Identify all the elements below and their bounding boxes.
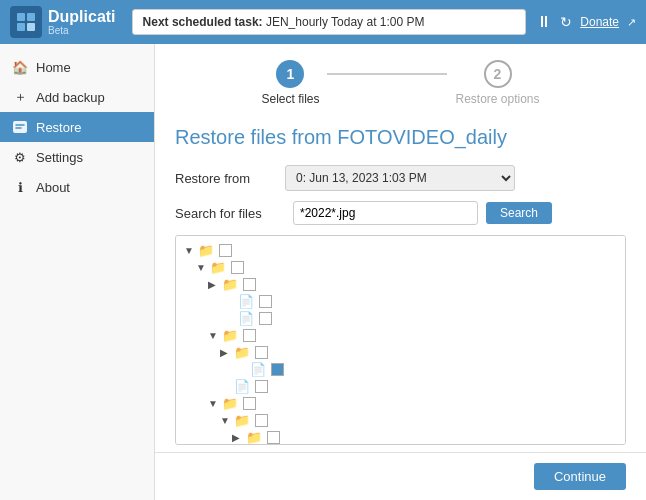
restore-icon [12, 119, 28, 135]
sidebar-item-home[interactable]: 🏠 Home [0, 52, 154, 82]
app-shell: Duplicati Beta Next scheduled task: JEN_… [0, 0, 646, 500]
tree-checkbox[interactable] [219, 244, 232, 257]
scheduled-task-value: JEN_hourly Today at 1:00 PM [266, 15, 425, 29]
tree-checkbox[interactable] [259, 312, 272, 325]
folder-icon: 📁 [222, 277, 238, 292]
file-icon: 📄 [238, 294, 254, 309]
step-1-circle: 1 [276, 60, 304, 88]
plus-icon: ＋ [12, 89, 28, 105]
logo-box [10, 6, 42, 38]
search-input[interactable] [293, 201, 478, 225]
tree-row: 📄 [180, 310, 621, 327]
scheduled-task-box: Next scheduled task: JEN_hourly Today at… [132, 9, 527, 35]
file-tree-container[interactable]: ▼ 📁 ▼ 📁 [175, 235, 626, 445]
app-beta: Beta [48, 25, 116, 36]
sidebar-item-restore-label: Restore [36, 120, 82, 135]
home-icon: 🏠 [12, 59, 28, 75]
step-2-circle: 2 [484, 60, 512, 88]
tree-checkbox[interactable] [259, 295, 272, 308]
folder-icon: 📁 [234, 413, 250, 428]
sidebar-item-home-label: Home [36, 60, 71, 75]
search-label: Search for files [175, 206, 285, 221]
file-icon: 📄 [250, 362, 266, 377]
tree-toggle[interactable]: ▼ [208, 398, 220, 409]
tree-row: 📄 [180, 293, 621, 310]
sidebar-item-add-backup-label: Add backup [36, 90, 105, 105]
search-row: Search for files Search [175, 201, 626, 225]
restore-from-label: Restore from [175, 171, 285, 186]
tree-row: ▼ 📁 [180, 327, 621, 344]
app-name: Duplicati [48, 8, 116, 26]
tree-checkbox-checked[interactable] [271, 363, 284, 376]
svg-rect-2 [17, 23, 25, 31]
tree-checkbox[interactable] [243, 397, 256, 410]
tree-row: ▼ 📁 [180, 395, 621, 412]
sidebar-item-add-backup[interactable]: ＋ Add backup [0, 82, 154, 112]
tree-toggle[interactable]: ▶ [208, 279, 220, 290]
main-content: 1 Select files 2 Restore options Restore… [155, 44, 646, 452]
file-tree: ▼ 📁 ▼ 📁 [176, 236, 625, 445]
pause-button[interactable]: ⏸ [536, 13, 552, 31]
logo-area: Duplicati Beta [10, 6, 116, 38]
scheduled-task-label: Next scheduled task: [143, 15, 263, 29]
tree-checkbox[interactable] [255, 380, 268, 393]
tree-checkbox[interactable] [243, 278, 256, 291]
tree-row: ▼ 📁 [180, 242, 621, 259]
header-right: ⏸ ↻ Donate ↗ [536, 13, 636, 31]
donate-button[interactable]: Donate [580, 15, 619, 29]
tree-checkbox[interactable] [231, 261, 244, 274]
folder-icon: 📁 [222, 328, 238, 343]
svg-rect-4 [13, 121, 27, 133]
tree-row: 📄 [180, 378, 621, 395]
tree-toggle[interactable]: ▶ [220, 347, 232, 358]
folder-icon: 📁 [246, 430, 262, 445]
wizard-step-2: 2 Restore options [455, 60, 539, 106]
folder-icon: 📁 [210, 260, 226, 275]
gear-icon: ⚙ [12, 149, 28, 165]
tree-checkbox[interactable] [243, 329, 256, 342]
body-layout: 🏠 Home ＋ Add backup Restore ⚙ Settings [0, 44, 646, 500]
header: Duplicati Beta Next scheduled task: JEN_… [0, 0, 646, 44]
step-1-label: Select files [261, 92, 319, 106]
tree-toggle[interactable]: ▼ [208, 330, 220, 341]
tree-row: 📄 [180, 361, 621, 378]
file-icon: 📄 [234, 379, 250, 394]
sidebar-item-settings-label: Settings [36, 150, 83, 165]
sidebar-item-settings[interactable]: ⚙ Settings [0, 142, 154, 172]
step-connector [327, 73, 447, 75]
file-icon: 📄 [238, 311, 254, 326]
sidebar: 🏠 Home ＋ Add backup Restore ⚙ Settings [0, 44, 155, 500]
svg-rect-3 [27, 23, 35, 31]
tree-checkbox[interactable] [267, 431, 280, 444]
restore-from-row: Restore from 0: Jun 13, 2023 1:03 PM [175, 165, 626, 191]
sidebar-item-restore[interactable]: Restore [0, 112, 154, 142]
continue-button[interactable]: Continue [534, 463, 626, 490]
folder-icon: 📁 [234, 345, 250, 360]
app-name-area: Duplicati Beta [48, 8, 116, 37]
info-icon: ℹ [12, 179, 28, 195]
sidebar-item-about-label: About [36, 180, 70, 195]
tree-toggle[interactable]: ▼ [220, 415, 232, 426]
tree-row: ▶ 📁 [180, 276, 621, 293]
tree-row: ▶ 📁 [180, 344, 621, 361]
tree-toggle[interactable]: ▶ [232, 432, 244, 443]
wizard-steps: 1 Select files 2 Restore options [175, 60, 626, 106]
folder-icon: 📁 [222, 396, 238, 411]
tree-toggle[interactable]: ▼ [184, 245, 196, 256]
restore-from-select[interactable]: 0: Jun 13, 2023 1:03 PM [285, 165, 515, 191]
footer-bar: Continue [155, 452, 646, 500]
wizard-step-1: 1 Select files [261, 60, 319, 106]
tree-checkbox[interactable] [255, 346, 268, 359]
tree-checkbox[interactable] [255, 414, 268, 427]
tree-row: ▶ 📁 [180, 429, 621, 445]
tree-toggle[interactable]: ▼ [196, 262, 208, 273]
svg-rect-1 [27, 13, 35, 21]
tree-row: ▼ 📁 [180, 259, 621, 276]
refresh-button[interactable]: ↻ [560, 14, 572, 30]
external-link-icon: ↗ [627, 16, 636, 29]
tree-row: ▼ 📁 [180, 412, 621, 429]
folder-icon: 📁 [198, 243, 214, 258]
sidebar-item-about[interactable]: ℹ About [0, 172, 154, 202]
search-button[interactable]: Search [486, 202, 552, 224]
svg-rect-0 [17, 13, 25, 21]
